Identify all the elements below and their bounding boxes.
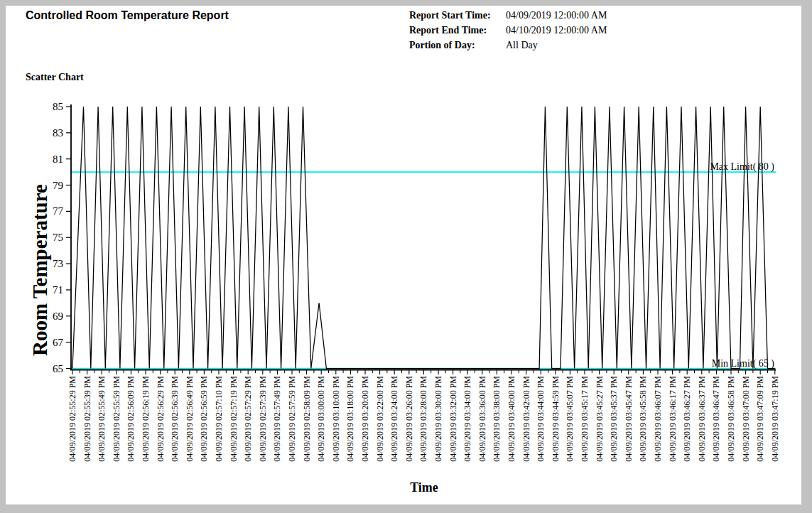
y-tick-label: 77 (53, 205, 64, 217)
min-limit-label: Min Limit( 65 ) (712, 358, 775, 369)
y-tick-label: 73 (53, 258, 63, 269)
x-tick-label: 04/09/2019 02:56:59 PM (199, 376, 209, 462)
y-tick-label: 67 (53, 337, 64, 348)
x-tick-label: 04/09/2019 03:45:07 PM (565, 376, 575, 462)
x-tick-label: 04/09/2019 02:56:39 PM (170, 376, 180, 462)
x-tick-label: 04/09/2019 03:26:00 PM (404, 376, 414, 462)
x-tick-label: 04/09/2019 03:40:00 PM (507, 376, 516, 462)
x-tick-label: 04/09/2019 02:57:49 PM (272, 376, 282, 462)
x-tick-label: 04/09/2019 03:28:00 PM (418, 376, 428, 462)
x-tick-label: 04/09/2019 03:46:17 PM (668, 376, 678, 462)
x-tick-label: 04/09/2019 03:44:59 PM (551, 376, 561, 462)
x-tick-label: 04/09/2019 02:55:39 PM (82, 376, 92, 462)
x-tick-label: 04/09/2019 02:56:19 PM (141, 376, 151, 462)
x-tick-label: 04/09/2019 03:47:19 PM (770, 376, 780, 462)
report-page: Controlled Room Temperature Report Repor… (6, 6, 801, 504)
y-tick-label: 83 (53, 127, 63, 139)
x-tick-label: 04/09/2019 03:10:00 PM (331, 376, 341, 462)
y-tick-label: 85 (53, 101, 63, 112)
x-tick-label: 04/09/2019 02:57:10 PM (214, 376, 224, 462)
x-tick-label: 04/09/2019 03:46:27 PM (682, 376, 692, 462)
x-tick-label: 04/09/2019 02:56:09 PM (126, 376, 136, 462)
temperature-series-line (72, 107, 775, 369)
x-tick-label: 04/09/2019 03:20:00 PM (360, 376, 370, 462)
y-tick-label: 71 (53, 284, 63, 296)
x-tick-label: 04/09/2019 03:44:00 PM (536, 376, 546, 462)
x-tick-label: 04/09/2019 02:57:39 PM (258, 376, 268, 462)
x-tick-label: 04/09/2019 02:58:09 PM (302, 376, 312, 462)
x-tick-label: 04/09/2019 03:45:27 PM (595, 376, 605, 462)
x-tick-label: 04/09/2019 03:38:00 PM (492, 376, 502, 462)
x-tick-label: 04/09/2019 03:45:17 PM (580, 376, 590, 462)
x-tick-label: 04/09/2019 03:18:00 PM (345, 376, 355, 462)
y-axis-title: Room Temperature (28, 184, 51, 356)
x-tick-label: 04/09/2019 02:57:29 PM (243, 376, 253, 462)
x-axis-title: Time (410, 480, 438, 495)
x-tick-label: 04/09/2019 03:36:00 PM (477, 376, 487, 462)
x-tick-label: 04/09/2019 03:46:37 PM (697, 376, 707, 462)
y-tick-label: 75 (53, 232, 63, 243)
scatter-chart: Max Limit( 80 )Min Limit( 65 )6567697173… (6, 6, 801, 504)
x-tick-label: 04/09/2019 03:45:47 PM (624, 376, 634, 462)
x-tick-label: 04/09/2019 02:56:29 PM (156, 376, 166, 462)
x-tick-label: 04/09/2019 03:46:47 PM (711, 376, 721, 462)
x-tick-label: 04/09/2019 02:57:59 PM (287, 376, 297, 462)
x-tick-label: 04/09/2019 02:55:29 PM (67, 376, 77, 462)
x-tick-label: 04/09/2019 02:55:49 PM (97, 376, 107, 462)
x-tick-label: 04/09/2019 03:30:00 PM (433, 376, 443, 462)
x-tick-label: 04/09/2019 03:32:00 PM (448, 376, 458, 462)
y-tick-label: 81 (53, 153, 63, 165)
x-tick-label: 04/09/2019 03:34:00 PM (462, 376, 472, 462)
y-tick-label: 69 (53, 310, 63, 322)
x-tick-label: 04/09/2019 03:00:00 PM (316, 376, 326, 462)
x-tick-label: 04/09/2019 03:47:09 PM (755, 376, 765, 462)
y-tick-label: 65 (53, 363, 63, 374)
x-tick-label: 04/09/2019 03:22:00 PM (375, 376, 385, 462)
x-tick-label: 04/09/2019 03:46:07 PM (653, 376, 663, 462)
x-tick-label: 04/09/2019 02:55:59 PM (112, 376, 121, 462)
x-tick-label: 04/09/2019 03:24:00 PM (389, 376, 399, 462)
x-tick-label: 04/09/2019 03:47:00 PM (741, 376, 751, 462)
x-tick-label: 04/09/2019 02:56:49 PM (185, 376, 195, 462)
x-tick-label: 04/09/2019 02:57:19 PM (229, 376, 239, 462)
y-tick-label: 79 (53, 180, 63, 191)
x-tick-label: 04/09/2019 03:42:00 PM (521, 376, 531, 462)
x-tick-label: 04/09/2019 03:45:37 PM (609, 376, 619, 462)
x-tick-label: 04/09/2019 03:46:58 PM (726, 376, 736, 462)
max-limit-label: Max Limit( 80 ) (710, 161, 774, 173)
x-tick-label: 04/09/2019 03:45:58 PM (638, 376, 648, 462)
